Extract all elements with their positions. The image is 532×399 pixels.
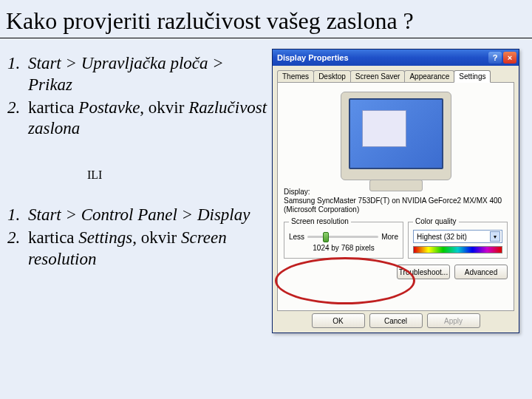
color-quality-select[interactable]: Highest (32 bit) ▾ bbox=[413, 230, 502, 243]
slider-thumb[interactable] bbox=[323, 232, 329, 242]
list-text: Start > Upravljačka ploča > Prikaz bbox=[28, 53, 272, 96]
t: kartica bbox=[28, 228, 78, 247]
monitor-preview bbox=[341, 92, 451, 180]
inner-button-row: Troubleshoot... Advanced bbox=[284, 265, 508, 279]
instructions-column: 1. Start > Upravljačka ploča > Prikaz 2.… bbox=[6, 53, 272, 271]
tab-settings[interactable]: Settings bbox=[454, 70, 491, 83]
dialog-title: Display Properties bbox=[277, 53, 349, 62]
group-title: Screen resolution bbox=[289, 217, 351, 225]
display-properties-dialog: Display Properties ? × Themes Desktop Sc… bbox=[272, 49, 519, 333]
apply-button[interactable]: Apply bbox=[427, 313, 480, 328]
tab-screensaver[interactable]: Screen Saver bbox=[350, 70, 406, 82]
tab-appearance[interactable]: Appearance bbox=[404, 70, 454, 82]
group-color-quality: Color quality Highest (32 bit) ▾ bbox=[408, 222, 508, 259]
t: Settings bbox=[78, 228, 132, 247]
display-line2: (Microsoft Corporation) bbox=[284, 205, 508, 214]
slider-less-label: Less bbox=[289, 233, 304, 241]
t: , okvir bbox=[132, 228, 181, 247]
list-text: kartica Settings, okvir Screen resolutio… bbox=[28, 228, 272, 270]
preview-window-icon bbox=[362, 110, 406, 147]
settings-columns: Screen resolution Less More 1024 by 768 … bbox=[284, 222, 508, 259]
ok-button[interactable]: OK bbox=[312, 313, 365, 328]
resolution-value: 1024 by 768 pixels bbox=[289, 244, 398, 252]
group-screen-resolution: Screen resolution Less More 1024 by 768 … bbox=[284, 222, 403, 259]
resolution-slider[interactable]: Less More bbox=[289, 233, 398, 241]
tab-themes[interactable]: Themes bbox=[277, 70, 314, 82]
slider-track[interactable] bbox=[307, 236, 378, 238]
advanced-button[interactable]: Advanced bbox=[454, 265, 508, 279]
list-item: 2. kartica Settings, okvir Screen resolu… bbox=[7, 228, 272, 270]
list-a: 1. Start > Upravljačka ploča > Prikaz 2.… bbox=[6, 53, 272, 140]
list-item: 1. Start > Control Panel > Display bbox=[7, 205, 272, 226]
tab-strip: Themes Desktop Screen Saver Appearance S… bbox=[277, 70, 514, 82]
t: , okvir bbox=[140, 98, 188, 117]
display-value: Samsung SyncMaster 753DF(T) on NVIDIA Ge… bbox=[284, 197, 508, 214]
list-number: 2. bbox=[7, 98, 28, 140]
color-quality-value: Highest (32 bit) bbox=[417, 233, 467, 241]
help-button[interactable]: ? bbox=[488, 52, 502, 64]
list-item: 2. kartica Postavke, okvir Razlučivost z… bbox=[7, 98, 272, 140]
t: Postavke bbox=[78, 98, 140, 117]
list-number: 1. bbox=[7, 53, 28, 96]
dialog-titlebar[interactable]: Display Properties ? × bbox=[273, 50, 519, 66]
close-button[interactable]: × bbox=[503, 52, 516, 64]
separator-label: ILI bbox=[87, 168, 272, 183]
monitor-screen bbox=[349, 98, 443, 169]
cancel-button[interactable]: Cancel bbox=[369, 313, 423, 328]
dialog-button-row: OK Cancel Apply bbox=[273, 313, 519, 328]
chevron-down-icon[interactable]: ▾ bbox=[490, 231, 500, 242]
tab-desktop[interactable]: Desktop bbox=[313, 70, 351, 82]
screenshot-column: Display Properties ? × Themes Desktop Sc… bbox=[272, 53, 519, 271]
color-spectrum-icon bbox=[413, 246, 502, 253]
list-b: 1. Start > Control Panel > Display 2. ka… bbox=[6, 205, 272, 270]
list-text: Start > Control Panel > Display bbox=[28, 205, 250, 226]
content-row: 1. Start > Upravljačka ploča > Prikaz 2.… bbox=[0, 38, 532, 271]
list-item: 1. Start > Upravljačka ploča > Prikaz bbox=[7, 53, 272, 96]
list-text: kartica Postavke, okvir Razlučivost zasl… bbox=[28, 98, 272, 140]
list-number: 1. bbox=[7, 205, 28, 226]
tab-body: Display: Samsung SyncMaster 753DF(T) on … bbox=[277, 82, 514, 311]
t: kartica bbox=[28, 98, 78, 117]
display-line1: Samsung SyncMaster 753DF(T) on NVIDIA Ge… bbox=[284, 197, 508, 205]
slider-more-label: More bbox=[381, 233, 398, 241]
group-title: Color quality bbox=[413, 217, 459, 225]
page-title: Kako provjeriti razlučivost vašeg zaslon… bbox=[0, 0, 532, 35]
troubleshoot-button[interactable]: Troubleshoot... bbox=[397, 265, 450, 279]
list-number: 2. bbox=[7, 228, 28, 270]
